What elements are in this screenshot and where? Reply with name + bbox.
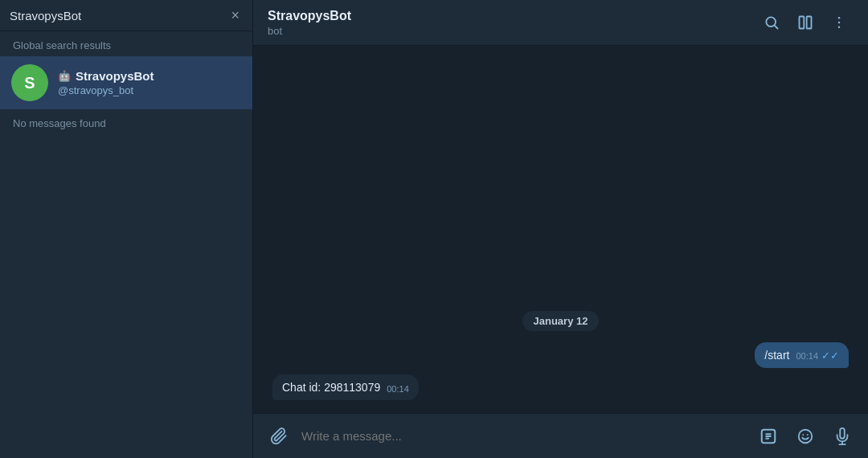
chat-header: StravopysBot bot — [253, 0, 868, 46]
bubble-in-chatid: Chat id: 298113079 00:14 — [272, 374, 419, 400]
search-input[interactable] — [10, 9, 221, 22]
messages-area: /start 00:14 ✓✓ Chat id: 298113079 00:14 — [269, 342, 852, 400]
svg-rect-2 — [800, 17, 805, 29]
bot-icon: 🤖 — [58, 70, 71, 82]
more-button[interactable] — [825, 8, 854, 37]
svg-point-6 — [838, 27, 841, 29]
commands-icon — [760, 427, 777, 445]
msg-meta-chatid: 00:14 — [387, 384, 409, 394]
chat-body: January 12 /start 00:14 ✓✓ Chat id: 2981… — [253, 46, 868, 413]
svg-point-11 — [799, 429, 813, 443]
result-name-text: StravopysBot — [76, 69, 154, 83]
attach-button[interactable] — [264, 422, 293, 451]
columns-button[interactable] — [791, 8, 820, 37]
no-messages-label: No messages found — [0, 109, 252, 137]
mic-icon — [833, 427, 851, 445]
mic-button[interactable] — [828, 422, 857, 451]
commands-button[interactable] — [754, 422, 783, 451]
result-name: 🤖 StravopysBot — [58, 69, 154, 83]
emoji-icon — [796, 427, 814, 445]
chat-header-info: StravopysBot bot — [268, 9, 757, 37]
search-bar: × — [0, 0, 252, 31]
svg-point-5 — [838, 22, 841, 24]
attach-icon — [270, 427, 288, 445]
msg-meta-start: 00:14 ✓✓ — [796, 350, 839, 362]
date-pill: January 12 — [522, 311, 600, 331]
left-panel: × Global search results S 🤖 StravopysBot… — [0, 0, 253, 458]
search-section-label: Global search results — [0, 31, 252, 56]
svg-line-1 — [775, 26, 778, 29]
svg-rect-3 — [807, 17, 812, 29]
message-input[interactable] — [301, 429, 746, 443]
msg-time-chatid: 00:14 — [387, 384, 409, 394]
msg-ticks-start: ✓✓ — [821, 350, 839, 362]
search-icon — [764, 14, 780, 31]
search-button[interactable] — [757, 8, 786, 37]
msg-text-chatid: Chat id: 298113079 — [282, 381, 380, 394]
chat-header-name: StravopysBot — [268, 9, 757, 23]
result-info: 🤖 StravopysBot @stravopys_bot — [58, 69, 154, 96]
svg-point-4 — [838, 17, 841, 19]
msg-text-start: /start — [764, 349, 789, 362]
message-out-start: /start 00:14 ✓✓ — [269, 342, 852, 368]
emoji-button[interactable] — [791, 422, 820, 451]
msg-time-start: 00:14 — [796, 351, 818, 361]
chat-input-bar — [253, 413, 868, 458]
date-divider: January 12 — [269, 311, 852, 331]
avatar: S — [11, 64, 48, 101]
search-result-item[interactable]: S 🤖 StravopysBot @stravopys_bot — [0, 56, 252, 109]
more-icon — [831, 14, 847, 31]
chat-header-status: bot — [268, 25, 757, 37]
columns-icon — [797, 14, 813, 31]
message-in-chatid: Chat id: 298113079 00:14 — [269, 374, 852, 400]
bubble-out-start: /start 00:14 ✓✓ — [755, 342, 849, 368]
search-close-button[interactable]: × — [227, 6, 243, 24]
header-actions — [757, 8, 854, 37]
right-panel: StravopysBot bot January 12 — [253, 0, 868, 458]
result-username: @stravopys_bot — [58, 84, 154, 96]
